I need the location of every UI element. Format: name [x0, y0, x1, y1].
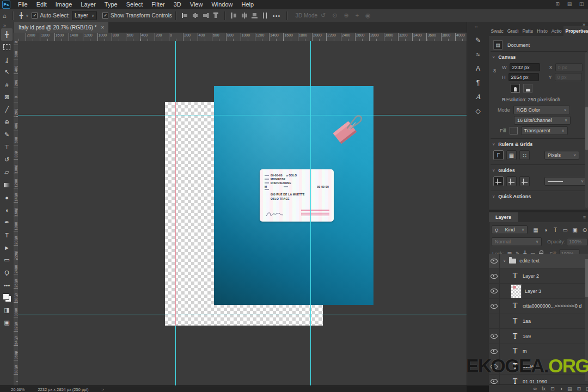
object-selection-tool[interactable]: ↖: [1, 66, 13, 78]
align-center-icon[interactable]: [192, 12, 199, 19]
history-brush-tool[interactable]: ↺: [1, 154, 13, 166]
layers-scrollbar[interactable]: [585, 256, 588, 381]
ruler-units-dropdown[interactable]: Pixels∨: [544, 151, 579, 160]
pen-tool[interactable]: ✒: [1, 216, 13, 229]
rulers-grids-section-header[interactable]: ∨Rulers & Grids: [492, 142, 532, 147]
horizontal-guide-2[interactable]: [18, 315, 467, 315]
3d-pan-icon[interactable]: ⊕: [340, 12, 352, 19]
frame-tool[interactable]: ⊠: [1, 91, 13, 103]
layer-row[interactable]: T169: [489, 329, 588, 344]
distribute-vertical-icon[interactable]: [261, 12, 268, 19]
menu-view[interactable]: View: [186, 0, 207, 9]
canvas-viewport[interactable]: 00-00-00 a OSLO MONROSE DISPOSIZIONE M 0…: [18, 41, 467, 385]
chevron-down-icon[interactable]: ∨: [503, 259, 506, 263]
align-top-icon[interactable]: [212, 12, 219, 19]
rulers-toggle-icon[interactable]: Γ: [493, 150, 504, 160]
close-icon[interactable]: ×: [101, 24, 105, 30]
visibility-toggle[interactable]: [489, 254, 500, 268]
menu-file[interactable]: File: [14, 0, 32, 9]
3d-camera-icon[interactable]: ◉: [362, 12, 374, 19]
layer-row[interactable]: Tcitta0000000...<<<<<<<0 d: [489, 299, 588, 314]
path-selection-tool[interactable]: ►: [1, 241, 13, 254]
pixel-grid-toggle-icon[interactable]: ∷: [519, 150, 530, 160]
foreground-background-swatches[interactable]: [1, 291, 13, 304]
pink-guide[interactable]: [175, 102, 176, 326]
3d-orbit-icon[interactable]: ↺: [317, 12, 329, 19]
color-mode-dropdown[interactable]: RGB Color∨: [513, 106, 570, 114]
visibility-toggle[interactable]: [489, 359, 500, 374]
menu-type[interactable]: Type: [100, 0, 122, 9]
character-panel-icon[interactable]: A: [471, 63, 485, 74]
fill-color-swatch[interactable]: [510, 127, 518, 134]
menu-window[interactable]: Window: [207, 0, 237, 9]
filter-pin-icon[interactable]: ⊙: [581, 227, 588, 233]
home-icon[interactable]: ⌂: [0, 13, 9, 19]
delete-layer-icon[interactable]: ▯: [586, 386, 588, 391]
zoom-tool[interactable]: Ϙ: [1, 266, 13, 279]
brush-tool[interactable]: ✎: [1, 128, 13, 141]
menu-edit[interactable]: Edit: [32, 0, 51, 9]
eraser-tool[interactable]: ▱: [1, 166, 13, 179]
status-chevron-icon[interactable]: >: [101, 387, 103, 392]
align-left-icon[interactable]: [181, 12, 188, 19]
tab-swatc[interactable]: Swatc: [489, 26, 505, 36]
blend-mode-dropdown[interactable]: Normal∨: [492, 237, 542, 246]
clear-guides-icon[interactable]: [519, 176, 530, 186]
menu-3d[interactable]: 3D: [169, 0, 186, 9]
share-icon[interactable]: ⊞: [554, 1, 561, 7]
tab-histo[interactable]: Histo: [535, 26, 549, 36]
x-field[interactable]: 0 px: [555, 63, 583, 71]
layers-menu-icon[interactable]: ≡: [580, 212, 588, 222]
workspace-icon[interactable]: ◫: [578, 1, 585, 7]
portrait-orientation-button[interactable]: [511, 84, 520, 93]
link-layers-icon[interactable]: ∞: [534, 386, 537, 391]
opacity-field[interactable]: 100%: [567, 238, 587, 246]
menu-image[interactable]: Image: [51, 0, 77, 9]
zoom-level-field[interactable]: 20.66%: [11, 387, 24, 392]
document-tab[interactable]: Italy id.psd @ 20.7% (RGB/16) * ×: [14, 22, 108, 33]
visibility-toggle[interactable]: [489, 269, 500, 284]
menu-filter[interactable]: Filter: [147, 0, 169, 9]
move-tool[interactable]: ╋: [1, 28, 13, 41]
tab-patte[interactable]: Patte: [520, 26, 535, 36]
eyedropper-tool[interactable]: ╱: [1, 103, 13, 116]
layer-row[interactable]: TLayer 2: [489, 269, 588, 284]
expand-panels-icon[interactable]: ↔: [474, 23, 479, 29]
visibility-toggle[interactable]: [489, 375, 500, 385]
distribute-center-icon[interactable]: [241, 12, 248, 19]
brush-settings-icon[interactable]: ≈: [471, 49, 485, 60]
menu-help[interactable]: Help: [237, 0, 259, 9]
grid-toggle-icon[interactable]: ▦: [506, 150, 517, 160]
filter-pixel-icon[interactable]: ▦: [532, 227, 540, 233]
gradient-tool[interactable]: [1, 179, 13, 191]
filter-smart-object-icon[interactable]: ▣: [571, 227, 579, 233]
3d-slide-icon[interactable]: +: [352, 12, 362, 19]
distribute-bottom-icon[interactable]: [251, 12, 258, 19]
edit-toolbar[interactable]: •••: [1, 279, 13, 291]
auto-select-dropdown[interactable]: Layer ∨: [72, 11, 97, 20]
filter-type-icon[interactable]: T: [552, 227, 559, 233]
properties-scrollbar[interactable]: [585, 52, 588, 208]
guides-section-header[interactable]: ∨Guides: [492, 168, 515, 173]
distribute-left-icon[interactable]: [230, 12, 237, 19]
visibility-toggle[interactable]: [489, 284, 500, 298]
layer-group-icon[interactable]: ▤: [567, 386, 572, 391]
layer-row[interactable]: ∨edite text: [489, 254, 588, 269]
brushes-panel-icon[interactable]: ✎: [471, 35, 485, 46]
quick-mask-button[interactable]: ◨: [1, 304, 13, 316]
crop-tool[interactable]: #: [1, 78, 13, 91]
paragraph-panel-icon[interactable]: ¶: [471, 77, 485, 88]
show-transform-checkbox[interactable]: ✓: [102, 13, 108, 19]
marquee-tool[interactable]: [1, 41, 13, 53]
type-tool[interactable]: T: [1, 229, 13, 241]
layer-row[interactable]: T128A: [489, 359, 588, 375]
auto-select-checkbox[interactable]: ✓: [32, 13, 38, 19]
glyphs-panel-icon[interactable]: A: [471, 91, 485, 102]
tab-gradi[interactable]: Gradi: [505, 26, 520, 36]
menu-layer[interactable]: Layer: [76, 0, 100, 9]
top-ruler[interactable]: 2000180016001400120010008006004002000200…: [18, 33, 467, 41]
tab-layers[interactable]: Layers: [489, 212, 518, 222]
shape-tool[interactable]: ▭: [1, 254, 13, 266]
lasso-tool[interactable]: ʆ: [1, 53, 13, 66]
new-layer-icon[interactable]: ⊞: [577, 386, 581, 391]
